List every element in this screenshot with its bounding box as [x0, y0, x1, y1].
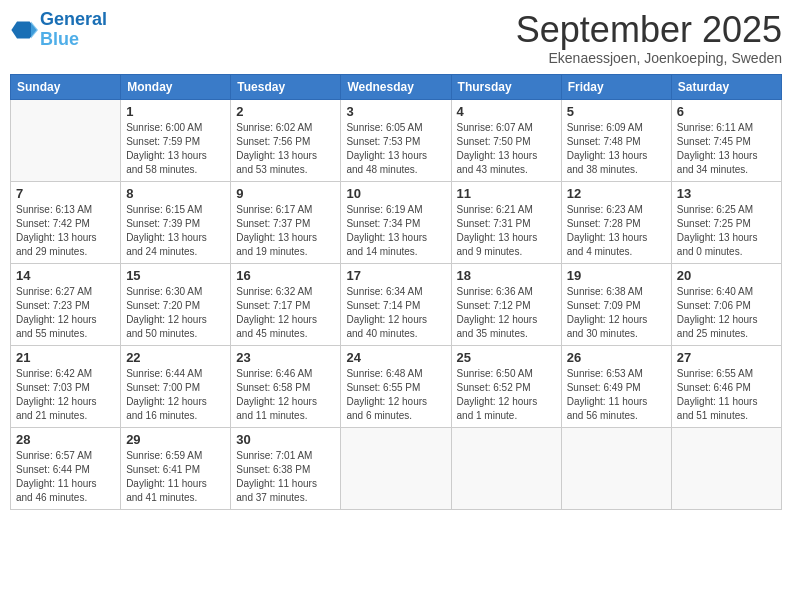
- calendar-week-3: 21Sunrise: 6:42 AMSunset: 7:03 PMDayligh…: [11, 345, 782, 427]
- day-number: 10: [346, 186, 445, 201]
- calendar-cell: 11Sunrise: 6:21 AMSunset: 7:31 PMDayligh…: [451, 181, 561, 263]
- calendar-cell: 5Sunrise: 6:09 AMSunset: 7:48 PMDaylight…: [561, 99, 671, 181]
- calendar-cell: 16Sunrise: 6:32 AMSunset: 7:17 PMDayligh…: [231, 263, 341, 345]
- day-info: Sunrise: 6:00 AMSunset: 7:59 PMDaylight:…: [126, 121, 225, 177]
- logo: General Blue: [10, 10, 107, 50]
- svg-marker-1: [31, 21, 38, 38]
- day-info: Sunrise: 6:40 AMSunset: 7:06 PMDaylight:…: [677, 285, 776, 341]
- location-subtitle: Ekenaessjoen, Joenkoeping, Sweden: [516, 50, 782, 66]
- calendar-cell: 22Sunrise: 6:44 AMSunset: 7:00 PMDayligh…: [121, 345, 231, 427]
- weekday-header-thursday: Thursday: [451, 74, 561, 99]
- day-info: Sunrise: 6:32 AMSunset: 7:17 PMDaylight:…: [236, 285, 335, 341]
- weekday-header-monday: Monday: [121, 74, 231, 99]
- calendar-cell: 2Sunrise: 6:02 AMSunset: 7:56 PMDaylight…: [231, 99, 341, 181]
- day-number: 5: [567, 104, 666, 119]
- day-number: 17: [346, 268, 445, 283]
- day-info: Sunrise: 6:15 AMSunset: 7:39 PMDaylight:…: [126, 203, 225, 259]
- day-info: Sunrise: 6:48 AMSunset: 6:55 PMDaylight:…: [346, 367, 445, 423]
- day-number: 15: [126, 268, 225, 283]
- calendar-cell: [561, 427, 671, 509]
- day-number: 2: [236, 104, 335, 119]
- day-info: Sunrise: 6:53 AMSunset: 6:49 PMDaylight:…: [567, 367, 666, 423]
- day-info: Sunrise: 6:27 AMSunset: 7:23 PMDaylight:…: [16, 285, 115, 341]
- day-number: 8: [126, 186, 225, 201]
- day-info: Sunrise: 6:25 AMSunset: 7:25 PMDaylight:…: [677, 203, 776, 259]
- day-info: Sunrise: 6:13 AMSunset: 7:42 PMDaylight:…: [16, 203, 115, 259]
- day-info: Sunrise: 6:55 AMSunset: 6:46 PMDaylight:…: [677, 367, 776, 423]
- title-block: September 2025 Ekenaessjoen, Joenkoeping…: [516, 10, 782, 66]
- weekday-header-saturday: Saturday: [671, 74, 781, 99]
- day-number: 20: [677, 268, 776, 283]
- calendar-cell: 24Sunrise: 6:48 AMSunset: 6:55 PMDayligh…: [341, 345, 451, 427]
- calendar-cell: 30Sunrise: 7:01 AMSunset: 6:38 PMDayligh…: [231, 427, 341, 509]
- weekday-header-wednesday: Wednesday: [341, 74, 451, 99]
- weekday-header-row: SundayMondayTuesdayWednesdayThursdayFrid…: [11, 74, 782, 99]
- calendar-cell: 6Sunrise: 6:11 AMSunset: 7:45 PMDaylight…: [671, 99, 781, 181]
- calendar-table: SundayMondayTuesdayWednesdayThursdayFrid…: [10, 74, 782, 510]
- calendar-cell: 25Sunrise: 6:50 AMSunset: 6:52 PMDayligh…: [451, 345, 561, 427]
- day-info: Sunrise: 6:50 AMSunset: 6:52 PMDaylight:…: [457, 367, 556, 423]
- day-number: 1: [126, 104, 225, 119]
- day-number: 28: [16, 432, 115, 447]
- day-info: Sunrise: 6:02 AMSunset: 7:56 PMDaylight:…: [236, 121, 335, 177]
- day-number: 12: [567, 186, 666, 201]
- day-number: 4: [457, 104, 556, 119]
- day-number: 19: [567, 268, 666, 283]
- calendar-cell: [11, 99, 121, 181]
- calendar-cell: 1Sunrise: 6:00 AMSunset: 7:59 PMDaylight…: [121, 99, 231, 181]
- day-info: Sunrise: 6:46 AMSunset: 6:58 PMDaylight:…: [236, 367, 335, 423]
- day-info: Sunrise: 6:07 AMSunset: 7:50 PMDaylight:…: [457, 121, 556, 177]
- calendar-cell: 18Sunrise: 6:36 AMSunset: 7:12 PMDayligh…: [451, 263, 561, 345]
- calendar-cell: 12Sunrise: 6:23 AMSunset: 7:28 PMDayligh…: [561, 181, 671, 263]
- day-number: 6: [677, 104, 776, 119]
- day-info: Sunrise: 6:59 AMSunset: 6:41 PMDaylight:…: [126, 449, 225, 505]
- day-info: Sunrise: 6:34 AMSunset: 7:14 PMDaylight:…: [346, 285, 445, 341]
- day-info: Sunrise: 6:42 AMSunset: 7:03 PMDaylight:…: [16, 367, 115, 423]
- calendar-cell: [341, 427, 451, 509]
- logo-text: General Blue: [40, 10, 107, 50]
- day-info: Sunrise: 6:05 AMSunset: 7:53 PMDaylight:…: [346, 121, 445, 177]
- logo-line2: Blue: [40, 29, 79, 49]
- day-number: 29: [126, 432, 225, 447]
- calendar-cell: 3Sunrise: 6:05 AMSunset: 7:53 PMDaylight…: [341, 99, 451, 181]
- calendar-cell: 21Sunrise: 6:42 AMSunset: 7:03 PMDayligh…: [11, 345, 121, 427]
- calendar-cell: 14Sunrise: 6:27 AMSunset: 7:23 PMDayligh…: [11, 263, 121, 345]
- logo-line1: General: [40, 9, 107, 29]
- calendar-cell: 23Sunrise: 6:46 AMSunset: 6:58 PMDayligh…: [231, 345, 341, 427]
- calendar-cell: 28Sunrise: 6:57 AMSunset: 6:44 PMDayligh…: [11, 427, 121, 509]
- day-number: 24: [346, 350, 445, 365]
- calendar-week-1: 7Sunrise: 6:13 AMSunset: 7:42 PMDaylight…: [11, 181, 782, 263]
- day-number: 11: [457, 186, 556, 201]
- day-info: Sunrise: 6:21 AMSunset: 7:31 PMDaylight:…: [457, 203, 556, 259]
- day-number: 26: [567, 350, 666, 365]
- calendar-cell: 27Sunrise: 6:55 AMSunset: 6:46 PMDayligh…: [671, 345, 781, 427]
- calendar-cell: [671, 427, 781, 509]
- day-number: 30: [236, 432, 335, 447]
- day-info: Sunrise: 6:57 AMSunset: 6:44 PMDaylight:…: [16, 449, 115, 505]
- day-number: 23: [236, 350, 335, 365]
- day-info: Sunrise: 6:19 AMSunset: 7:34 PMDaylight:…: [346, 203, 445, 259]
- day-info: Sunrise: 6:44 AMSunset: 7:00 PMDaylight:…: [126, 367, 225, 423]
- day-number: 22: [126, 350, 225, 365]
- calendar-week-2: 14Sunrise: 6:27 AMSunset: 7:23 PMDayligh…: [11, 263, 782, 345]
- calendar-cell: [451, 427, 561, 509]
- calendar-cell: 7Sunrise: 6:13 AMSunset: 7:42 PMDaylight…: [11, 181, 121, 263]
- day-number: 27: [677, 350, 776, 365]
- page-header: General Blue September 2025 Ekenaessjoen…: [10, 10, 782, 66]
- day-number: 21: [16, 350, 115, 365]
- day-info: Sunrise: 6:36 AMSunset: 7:12 PMDaylight:…: [457, 285, 556, 341]
- calendar-week-4: 28Sunrise: 6:57 AMSunset: 6:44 PMDayligh…: [11, 427, 782, 509]
- day-info: Sunrise: 6:11 AMSunset: 7:45 PMDaylight:…: [677, 121, 776, 177]
- calendar-cell: 8Sunrise: 6:15 AMSunset: 7:39 PMDaylight…: [121, 181, 231, 263]
- weekday-header-tuesday: Tuesday: [231, 74, 341, 99]
- day-info: Sunrise: 7:01 AMSunset: 6:38 PMDaylight:…: [236, 449, 335, 505]
- month-title: September 2025: [516, 10, 782, 50]
- weekday-header-sunday: Sunday: [11, 74, 121, 99]
- calendar-cell: 17Sunrise: 6:34 AMSunset: 7:14 PMDayligh…: [341, 263, 451, 345]
- calendar-cell: 10Sunrise: 6:19 AMSunset: 7:34 PMDayligh…: [341, 181, 451, 263]
- calendar-cell: 19Sunrise: 6:38 AMSunset: 7:09 PMDayligh…: [561, 263, 671, 345]
- day-number: 18: [457, 268, 556, 283]
- day-number: 3: [346, 104, 445, 119]
- calendar-week-0: 1Sunrise: 6:00 AMSunset: 7:59 PMDaylight…: [11, 99, 782, 181]
- calendar-cell: 26Sunrise: 6:53 AMSunset: 6:49 PMDayligh…: [561, 345, 671, 427]
